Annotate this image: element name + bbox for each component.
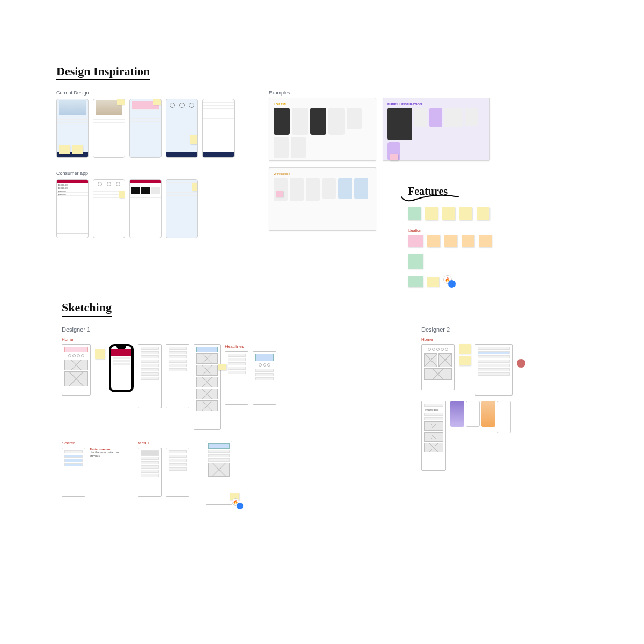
- wireframe[interactable]: 🔥: [206, 441, 232, 505]
- phone-mock[interactable]: [129, 179, 162, 238]
- wireframe[interactable]: [166, 344, 189, 408]
- section-sketching: Sketching Designer 1 Home: [62, 301, 598, 525]
- sticky-note[interactable]: [408, 235, 423, 247]
- label-current-design: Current Design: [56, 90, 255, 96]
- wireframe[interactable]: [253, 351, 276, 405]
- label-ideation: Ideation: [408, 229, 580, 232]
- sticky-note[interactable]: [408, 254, 423, 269]
- sticky-note[interactable]: [444, 235, 457, 247]
- col-designer-2: Designer 2 Home: [421, 326, 598, 525]
- sticky-note[interactable]: [459, 344, 471, 354]
- label-home: Home: [62, 337, 400, 342]
- phone-mock[interactable]: [56, 99, 89, 158]
- sticky-note[interactable]: [408, 276, 423, 287]
- label-examples: Examples: [269, 90, 593, 96]
- label-headlines: Headlines: [225, 344, 276, 349]
- wireframe[interactable]: [62, 344, 91, 396]
- wireframe[interactable]: [166, 448, 189, 497]
- label-search: Search: [62, 441, 122, 445]
- sticky-note[interactable]: [425, 207, 438, 220]
- label-designer-1: Designer 1: [62, 326, 400, 333]
- wireframe[interactable]: [225, 351, 248, 405]
- sticky-note[interactable]: [459, 207, 472, 220]
- board-examples-2[interactable]: PURE UI INSPIRATION: [383, 98, 490, 161]
- wireframe[interactable]: [138, 448, 162, 497]
- sticky-note[interactable]: [95, 349, 105, 359]
- device-mock[interactable]: [109, 344, 134, 392]
- phone-mock[interactable]: [129, 99, 162, 158]
- wireframe[interactable]: [475, 344, 513, 396]
- section-title-design-inspiration: Design Inspiration: [56, 64, 150, 80]
- section-features: Features Ideation: [408, 185, 580, 288]
- phone-mock[interactable]: $0,000.00$0,000.00 $000.00$000.00: [56, 179, 89, 238]
- sticky-note[interactable]: [477, 207, 489, 220]
- wireframe[interactable]: [62, 448, 85, 497]
- sticky-note[interactable]: [479, 235, 492, 247]
- wireframe[interactable]: Welcome back: [421, 401, 446, 471]
- board-examples-1[interactable]: LOREM: [269, 98, 376, 161]
- sticky-note[interactable]: [408, 207, 421, 220]
- label-consumer-app: Consumer app: [56, 171, 255, 176]
- design-canvas[interactable]: Design Inspiration Current Design: [0, 0, 644, 644]
- board-title: Wireframes: [274, 172, 371, 175]
- wireframe[interactable]: [138, 344, 162, 408]
- phone-mock[interactable]: [166, 99, 198, 158]
- sticky-note[interactable]: [442, 207, 455, 220]
- label-menu: Menu: [138, 441, 189, 445]
- label-designer-2: Designer 2: [421, 326, 598, 333]
- phone-mock[interactable]: [93, 179, 125, 238]
- board-title: PURE UI INSPIRATION: [387, 103, 485, 106]
- wireframe[interactable]: [421, 344, 455, 390]
- sticky-note[interactable]: [427, 277, 439, 287]
- reactions-icon: 🔥: [443, 275, 456, 288]
- col-designer-1: Designer 1 Home: [62, 326, 400, 525]
- underline-swirl-icon: [400, 193, 459, 204]
- label-home2: Home: [421, 337, 598, 342]
- board-wireframes[interactable]: Wireframes: [269, 167, 376, 231]
- board-title: LOREM: [274, 103, 371, 106]
- section-title-sketching: Sketching: [62, 301, 112, 317]
- pattern-note-body: Use the same pattern as previous: [90, 451, 122, 457]
- col-current-design: Current Design: [56, 90, 255, 238]
- phone-mock[interactable]: [166, 179, 198, 238]
- reactions-icon: 🔥: [232, 498, 244, 510]
- sticky-note[interactable]: [462, 235, 474, 247]
- sticky-note[interactable]: [427, 235, 440, 247]
- sticky-note[interactable]: [459, 356, 471, 365]
- phone-mock[interactable]: [202, 99, 235, 158]
- phone-mock[interactable]: [93, 99, 125, 158]
- wireframe[interactable]: [194, 344, 221, 430]
